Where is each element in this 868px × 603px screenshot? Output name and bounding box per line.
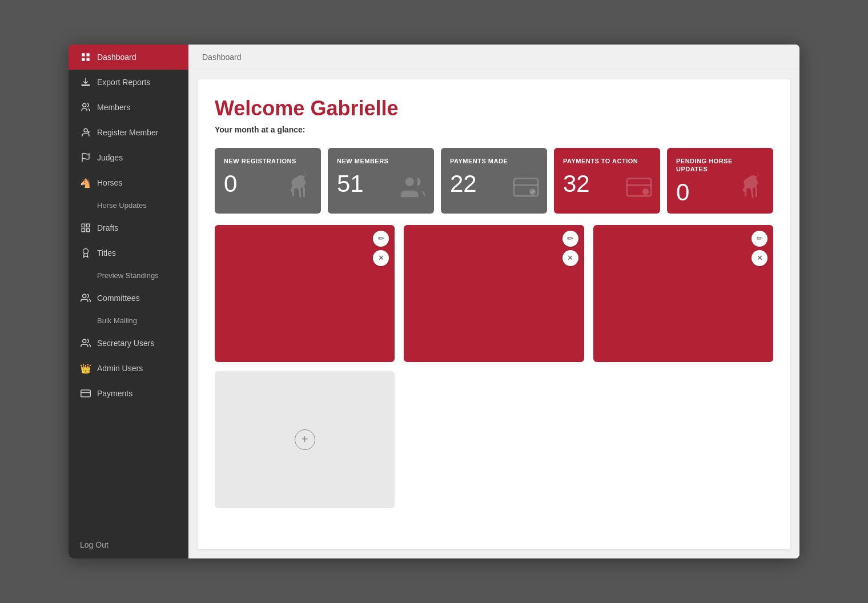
logout-button[interactable]: Log Out bbox=[69, 531, 188, 558]
user-plus-icon bbox=[80, 127, 91, 138]
sidebar-item-label: Horse Updates bbox=[97, 201, 147, 210]
members-stat-icon bbox=[400, 174, 426, 206]
download-icon bbox=[80, 77, 91, 88]
sidebar-item-drafts[interactable]: Drafts bbox=[69, 215, 188, 240]
sidebar-item-label: Preview Standings bbox=[97, 271, 159, 280]
dashboard-icon bbox=[80, 51, 91, 63]
sidebar-item-dashboard[interactable]: Dashboard bbox=[69, 45, 188, 70]
svg-rect-16 bbox=[81, 390, 91, 397]
widget-1-close-button[interactable]: ✕ bbox=[373, 250, 389, 266]
widgets-row-1: ✏ ✕ ✏ ✕ ✏ ✕ bbox=[215, 225, 773, 362]
svg-rect-12 bbox=[87, 229, 90, 232]
stat-label: PAYMENTS TO ACTION bbox=[563, 157, 651, 165]
admin-users-icon: 👑 bbox=[80, 363, 91, 374]
sidebar-item-export-reports[interactable]: Export Reports bbox=[69, 70, 188, 95]
sidebar-item-label: Secretary Users bbox=[97, 339, 154, 348]
stat-label: NEW MEMBERS bbox=[337, 157, 425, 165]
widget-1-actions: ✏ ✕ bbox=[373, 231, 389, 266]
svg-point-24 bbox=[642, 188, 649, 195]
widgets-row-2: + bbox=[215, 371, 773, 508]
sidebar-item-label: Titles bbox=[97, 248, 116, 258]
add-widget-button[interactable]: + bbox=[295, 429, 315, 450]
payment-action-icon bbox=[626, 174, 652, 206]
widget-2-edit-button[interactable]: ✏ bbox=[562, 231, 578, 247]
users-icon bbox=[80, 102, 91, 113]
widget-3-close-button[interactable]: ✕ bbox=[752, 250, 767, 266]
stats-row: NEW REGISTRATIONS 0 NEW MEMBERS 51 PAYME… bbox=[215, 148, 773, 214]
sidebar: Dashboard Export Reports Members Registe… bbox=[69, 45, 188, 558]
svg-rect-1 bbox=[87, 53, 90, 56]
sidebar-item-label: Export Reports bbox=[97, 78, 150, 87]
stat-card-payments-made[interactable]: PAYMENTS MADE 22 bbox=[441, 148, 547, 214]
main-content: Dashboard Welcome Gabrielle Your month a… bbox=[188, 45, 799, 558]
widget-2-actions: ✏ ✕ bbox=[562, 231, 578, 266]
pending-horse-icon bbox=[737, 172, 765, 206]
sidebar-item-members[interactable]: Members bbox=[69, 95, 188, 120]
sidebar-item-horse-updates[interactable]: Horse Updates bbox=[69, 195, 188, 215]
sidebar-item-label: Judges bbox=[97, 153, 123, 162]
drafts-icon bbox=[80, 222, 91, 234]
sidebar-item-titles[interactable]: Titles bbox=[69, 240, 188, 266]
sidebar-item-secretary-users[interactable]: Secretary Users bbox=[69, 331, 188, 356]
svg-point-18 bbox=[405, 177, 414, 186]
sidebar-item-preview-standings[interactable]: Preview Standings bbox=[69, 266, 188, 286]
sidebar-item-bulk-mailing[interactable]: Bulk Mailing bbox=[69, 311, 188, 331]
sidebar-item-register-member[interactable]: Register Member bbox=[69, 120, 188, 145]
sidebar-item-label: Committees bbox=[97, 294, 140, 303]
horse-stat-icon bbox=[284, 172, 313, 206]
committees-icon bbox=[80, 292, 91, 304]
payment-stat-icon bbox=[513, 174, 539, 206]
svg-rect-9 bbox=[82, 224, 85, 227]
sidebar-item-committees[interactable]: Committees bbox=[69, 286, 188, 311]
widget-2-close-button[interactable]: ✕ bbox=[562, 250, 578, 266]
stat-label: NEW REGISTRATIONS bbox=[224, 157, 312, 165]
sidebar-item-label: Register Member bbox=[97, 128, 158, 137]
flag-icon bbox=[80, 152, 91, 163]
svg-rect-3 bbox=[87, 58, 90, 61]
sidebar-item-label: Bulk Mailing bbox=[97, 316, 137, 325]
credit-card-icon bbox=[80, 388, 91, 399]
widget-3-edit-button[interactable]: ✏ bbox=[752, 231, 767, 247]
widget-1: ✏ ✕ bbox=[215, 225, 395, 362]
welcome-title: Welcome Gabrielle bbox=[215, 97, 773, 120]
titles-icon bbox=[80, 247, 91, 259]
sidebar-item-label: Drafts bbox=[97, 223, 118, 232]
svg-point-4 bbox=[83, 103, 86, 107]
stat-card-pending-horse-updates[interactable]: PENDING HORSE UPDATES 0 bbox=[667, 148, 773, 214]
sidebar-item-admin-users[interactable]: 👑 Admin Users bbox=[69, 356, 188, 381]
svg-point-5 bbox=[84, 128, 87, 132]
sidebar-item-label: Payments bbox=[97, 389, 132, 398]
svg-point-15 bbox=[83, 339, 86, 343]
topbar: Dashboard bbox=[188, 45, 799, 70]
add-widget-card[interactable]: + bbox=[215, 371, 395, 508]
svg-rect-2 bbox=[82, 58, 85, 61]
breadcrumb: Dashboard bbox=[202, 53, 242, 62]
stat-label: PAYMENTS MADE bbox=[450, 157, 538, 165]
widget-2: ✏ ✕ bbox=[404, 225, 584, 362]
svg-point-14 bbox=[83, 294, 86, 298]
stat-card-new-members[interactable]: NEW MEMBERS 51 bbox=[328, 148, 434, 214]
sidebar-item-label: Horses bbox=[97, 178, 122, 187]
secretary-users-icon bbox=[80, 337, 91, 349]
sidebar-item-horses[interactable]: 🐴 Horses bbox=[69, 170, 188, 195]
stat-label: PENDING HORSE UPDATES bbox=[676, 157, 764, 174]
widget-3-actions: ✏ ✕ bbox=[752, 231, 767, 266]
horse-icon: 🐴 bbox=[80, 177, 91, 188]
welcome-subtitle: Your month at a glance: bbox=[215, 125, 773, 134]
widget-1-edit-button[interactable]: ✏ bbox=[373, 231, 389, 247]
sidebar-item-payments[interactable]: Payments bbox=[69, 381, 188, 406]
svg-point-13 bbox=[83, 249, 89, 254]
svg-rect-11 bbox=[82, 229, 85, 232]
sidebar-item-judges[interactable]: Judges bbox=[69, 145, 188, 170]
svg-rect-0 bbox=[82, 53, 85, 56]
sidebar-item-label: Members bbox=[97, 103, 130, 112]
widget-3: ✏ ✕ bbox=[593, 225, 773, 362]
sidebar-item-label: Dashboard bbox=[97, 53, 136, 62]
svg-rect-10 bbox=[87, 224, 90, 227]
sidebar-item-label: Admin Users bbox=[97, 364, 143, 373]
content-area: Welcome Gabrielle Your month at a glance… bbox=[198, 79, 790, 549]
stat-card-new-registrations[interactable]: NEW REGISTRATIONS 0 bbox=[215, 148, 321, 214]
stat-card-payments-to-action[interactable]: PAYMENTS TO ACTION 32 bbox=[554, 148, 660, 214]
